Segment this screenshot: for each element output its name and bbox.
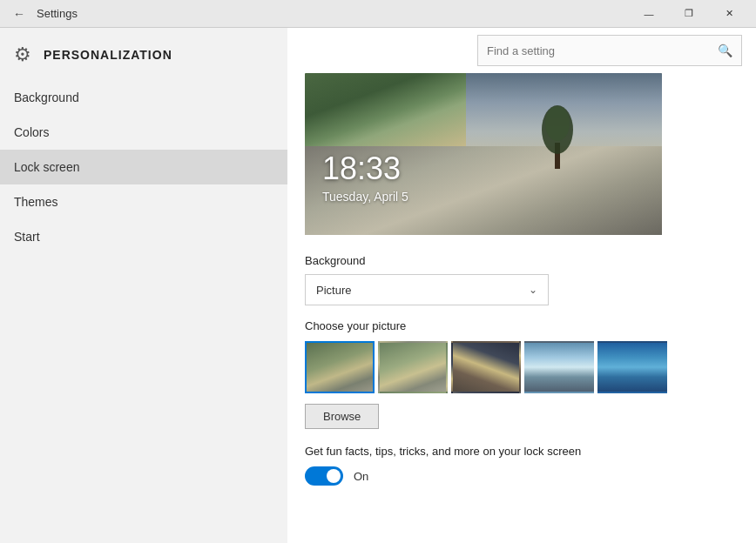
close-button[interactable]: ✕ [709, 0, 749, 28]
sidebar-item-start[interactable]: Start [0, 219, 287, 254]
lockscreen-time: 18:33 [322, 151, 401, 187]
lockscreen-image: 18:33 Tuesday, April 5 [305, 73, 662, 235]
window-controls: — ❐ ✕ [629, 0, 749, 28]
sidebar-title: Personalization [44, 48, 172, 62]
content-header: 🔍 [287, 28, 756, 73]
toggle-label: On [354, 470, 368, 483]
fun-facts-section: Get fun facts, tips, tricks, and more on… [305, 445, 739, 486]
sidebar-item-background[interactable]: Background [0, 80, 287, 115]
search-input[interactable] [487, 44, 711, 57]
lockscreen-date: Tuesday, April 5 [322, 190, 408, 204]
sidebar-header: ⚙ Personalization [0, 28, 287, 80]
background-dropdown-value: Picture [316, 284, 351, 297]
sidebar-item-label: Start [14, 230, 40, 244]
minimize-button[interactable]: — [629, 0, 669, 28]
sidebar-item-label: Background [14, 90, 79, 104]
titlebar: ← Settings — ❐ ✕ [0, 0, 756, 28]
content-panel: 🔍 18:33 Tuesday, April 5 Background [287, 28, 756, 543]
sidebar-item-lockscreen[interactable]: Lock screen [0, 150, 287, 184]
picture-thumb-2[interactable] [378, 341, 448, 393]
sidebar-item-themes[interactable]: Themes [0, 184, 287, 219]
fun-facts-toggle[interactable] [305, 466, 343, 486]
sidebar: ⚙ Personalization Background Colors Lock… [0, 28, 287, 543]
svg-point-2 [545, 106, 570, 141]
chevron-down-icon: ⌄ [529, 284, 537, 296]
picture-thumb-5[interactable] [597, 341, 667, 393]
toggle-row: On [305, 466, 739, 486]
search-box[interactable]: 🔍 [477, 35, 742, 66]
toggle-knob [327, 469, 341, 483]
browse-button[interactable]: Browse [305, 404, 379, 429]
sidebar-item-label: Colors [14, 125, 49, 139]
settings-content: Background Picture ⌄ Choose your picture… [287, 235, 756, 503]
window-title: Settings [37, 7, 629, 20]
fun-facts-label: Get fun facts, tips, tricks, and more on… [305, 445, 739, 458]
lockscreen-preview: 18:33 Tuesday, April 5 [305, 73, 739, 235]
picture-thumb-4[interactable] [524, 341, 594, 393]
gear-icon: ⚙ [14, 44, 31, 66]
sidebar-item-colors[interactable]: Colors [0, 115, 287, 150]
main-area: ⚙ Personalization Background Colors Lock… [0, 28, 756, 543]
close-icon: ✕ [726, 8, 733, 19]
sidebar-item-label: Themes [14, 195, 58, 209]
picture-thumb-3[interactable] [451, 341, 521, 393]
restore-button[interactable]: ❐ [669, 0, 709, 28]
choose-picture-label: Choose your picture [305, 319, 739, 332]
back-icon: ← [13, 7, 25, 21]
background-dropdown[interactable]: Picture ⌄ [305, 274, 549, 305]
restore-icon: ❐ [685, 8, 693, 19]
sidebar-nav: Background Colors Lock screen Themes Sta… [0, 80, 287, 254]
background-section-label: Background [305, 254, 739, 267]
lockscreen-tree-icon [536, 90, 579, 169]
back-button[interactable]: ← [7, 2, 31, 26]
search-icon: 🔍 [718, 44, 732, 57]
picture-grid [305, 341, 739, 393]
sidebar-item-label: Lock screen [14, 160, 79, 174]
minimize-icon: — [645, 9, 654, 19]
picture-thumb-1[interactable] [305, 341, 375, 393]
